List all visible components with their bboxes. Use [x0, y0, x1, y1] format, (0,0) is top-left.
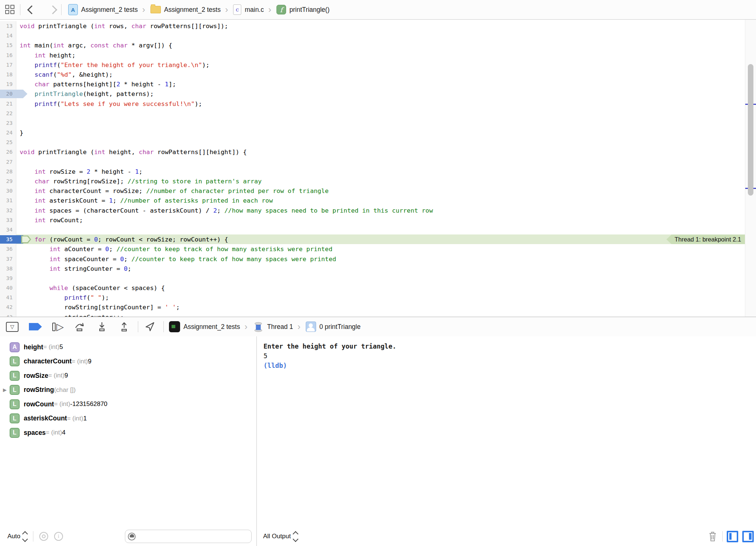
code-text[interactable]: }: [16, 128, 23, 137]
code-text[interactable]: char patterns[height][2 * height - 1];: [16, 79, 176, 89]
code-text[interactable]: printf("Enter the height of your triangl…: [16, 60, 209, 70]
gutter-line-38[interactable]: 38: [0, 264, 16, 273]
hide-debug-area-button[interactable]: ▽: [6, 322, 19, 332]
code-text[interactable]: [16, 137, 20, 147]
code-line-41[interactable]: 41 printf(" ");: [0, 293, 756, 302]
code-text[interactable]: int main(int argc, const char * argv[]) …: [16, 40, 172, 50]
code-text[interactable]: while (spaceCounter < spaces) {: [16, 283, 165, 293]
disclosure-triangle-icon[interactable]: ▶: [0, 387, 10, 393]
code-text[interactable]: [16, 157, 20, 167]
gutter-line-16[interactable]: 16: [0, 50, 16, 60]
code-line-33[interactable]: 33 int rowCount;: [0, 215, 756, 225]
related-items-icon[interactable]: [5, 5, 15, 14]
step-into-button[interactable]: [96, 320, 108, 333]
code-text[interactable]: int height;: [16, 50, 76, 60]
code-text[interactable]: stringCounter++;: [16, 312, 124, 317]
code-text[interactable]: printTriangle(height, patterns);: [16, 89, 154, 99]
code-line-42[interactable]: 42 rowString[stringCounter] = ' ';: [0, 302, 756, 312]
variable-row-asteriskCount[interactable]: LasteriskCount = (int) 1: [0, 412, 256, 426]
code-text[interactable]: int rowCount;: [16, 215, 83, 225]
code-text[interactable]: [16, 225, 20, 234]
code-text[interactable]: int spaceCounter = 0; //counter to keep …: [16, 254, 336, 264]
code-line-14[interactable]: 14: [0, 31, 756, 40]
output-filter-popup[interactable]: All Output: [263, 532, 298, 541]
quick-look-icon[interactable]: [39, 532, 48, 541]
gutter-line-21[interactable]: 21: [0, 99, 16, 109]
gutter-line-13[interactable]: 13: [0, 21, 16, 31]
gutter-line-29[interactable]: 29: [0, 176, 16, 186]
gutter-line-17[interactable]: 17: [0, 60, 16, 70]
variable-row-characterCount[interactable]: LcharacterCount = (int) 9: [0, 354, 256, 369]
variables-list[interactable]: Aheight = (int) 5LcharacterCount = (int)…: [0, 336, 256, 440]
scrollbar-thumb[interactable]: [748, 64, 753, 196]
gutter-line-41[interactable]: 41: [0, 293, 16, 302]
gutter-line-26[interactable]: 26: [0, 147, 16, 157]
code-text[interactable]: [16, 31, 20, 40]
code-line-28[interactable]: 28 int rowSize = 2 * height - 1;: [0, 167, 756, 176]
code-line-18[interactable]: 18 scanf("%d", &height);: [0, 70, 756, 79]
gutter-line-32[interactable]: 32: [0, 206, 16, 215]
variable-row-height[interactable]: Aheight = (int) 5: [0, 340, 256, 354]
code-line-31[interactable]: 31 int asteriskCount = 1; //number of as…: [0, 196, 756, 205]
gutter-line-30[interactable]: 30: [0, 186, 16, 196]
code-line-39[interactable]: 39: [0, 273, 756, 283]
code-text[interactable]: int spaces = (characterCount - asteriskC…: [16, 206, 433, 215]
code-text[interactable]: char rowString[rowSize]; //string to sto…: [16, 176, 262, 186]
code-line-21[interactable]: 21 printf("Lets see if you were successf…: [0, 99, 756, 109]
gutter-line-23[interactable]: 23: [0, 118, 16, 128]
code-line-25[interactable]: 25: [0, 137, 756, 147]
gutter-line-22[interactable]: 22: [0, 109, 16, 118]
console-output[interactable]: Enter the height of your triangle.5(lldb…: [257, 336, 756, 370]
code-text[interactable]: for (rowCount = 0; rowCount < rowSize; r…: [16, 234, 228, 244]
code-line-23[interactable]: 23: [0, 118, 756, 128]
gutter-line-33[interactable]: 33: [0, 215, 16, 225]
gutter-line-31[interactable]: 31: [0, 196, 16, 205]
gutter-line-20[interactable]: 20: [0, 89, 16, 99]
gutter-line-14[interactable]: 14: [0, 31, 16, 40]
gutter-line-42[interactable]: 42: [0, 302, 16, 312]
variable-row-rowCount[interactable]: LrowCount = (int) -1231562870: [0, 397, 256, 412]
variable-row-spaces[interactable]: Lspaces = (int) 4: [0, 426, 256, 440]
gutter-line-36[interactable]: 36: [0, 244, 16, 254]
gutter-line-37[interactable]: 37: [0, 254, 16, 264]
code-line-19[interactable]: 19 char patterns[height][2 * height - 1]…: [0, 79, 756, 89]
breadcrumb-project[interactable]: Assignment_2 tests: [81, 6, 138, 14]
step-over-button[interactable]: [73, 320, 86, 333]
gutter-line-39[interactable]: 39: [0, 273, 16, 283]
code-line-35[interactable]: 35 for (rowCount = 0; rowCount < rowSize…: [0, 234, 756, 244]
code-line-15[interactable]: 15int main(int argc, const char * argv[]…: [0, 40, 756, 50]
clear-console-icon[interactable]: [708, 531, 717, 542]
code-text[interactable]: void printTriangle (int rows, char rowPa…: [16, 21, 228, 31]
code-line-43[interactable]: 43 stringCounter++;: [0, 312, 756, 317]
info-icon[interactable]: i: [54, 532, 63, 541]
gutter-line-15[interactable]: 15: [0, 40, 16, 50]
breadcrumb-file[interactable]: main.c: [245, 6, 264, 14]
variable-row-rowSize[interactable]: LrowSize = (int) 9: [0, 369, 256, 383]
code-line-26[interactable]: 26void printTriangle (int height, char r…: [0, 147, 756, 157]
editor-scrollbar[interactable]: [745, 20, 756, 317]
code-line-40[interactable]: 40 while (spaceCounter < spaces) {: [0, 283, 756, 293]
debug-breadcrumb-thread[interactable]: Thread 1: [267, 323, 293, 331]
breadcrumb-symbol[interactable]: printTriangle(): [289, 6, 329, 14]
scope-popup[interactable]: Auto: [7, 532, 27, 541]
gutter-line-34[interactable]: 34: [0, 225, 16, 234]
code-line-32[interactable]: 32 int spaces = (characterCount - asteri…: [0, 206, 756, 215]
code-line-17[interactable]: 17 printf("Enter the height of your tria…: [0, 60, 756, 70]
code-editor[interactable]: 13void printTriangle (int rows, char row…: [0, 20, 756, 317]
gutter-line-27[interactable]: 27: [0, 157, 16, 167]
simulate-location-button[interactable]: [143, 320, 156, 333]
continue-button[interactable]: ▷: [52, 323, 64, 331]
gutter-line-18[interactable]: 18: [0, 70, 16, 79]
back-button[interactable]: [27, 5, 36, 14]
code-line-22[interactable]: 22: [0, 109, 756, 118]
step-out-button[interactable]: [118, 320, 130, 333]
gutter-line-24[interactable]: 24: [0, 128, 16, 137]
breakpoints-toggle-button[interactable]: [29, 322, 42, 331]
code-line-29[interactable]: 29 char rowString[rowSize]; //string to …: [0, 176, 756, 186]
gutter-line-40[interactable]: 40: [0, 283, 16, 293]
debug-breadcrumb-frame[interactable]: 0 printTriangle: [319, 323, 361, 331]
code-text[interactable]: printf("Lets see if you were successful!…: [16, 99, 202, 109]
debug-breadcrumb-process[interactable]: Assignment_2 tests: [183, 323, 240, 331]
code-text[interactable]: int aCounter = 0; //counter to keep trac…: [16, 244, 332, 254]
code-text[interactable]: void printTriangle (int height, char row…: [16, 147, 247, 157]
